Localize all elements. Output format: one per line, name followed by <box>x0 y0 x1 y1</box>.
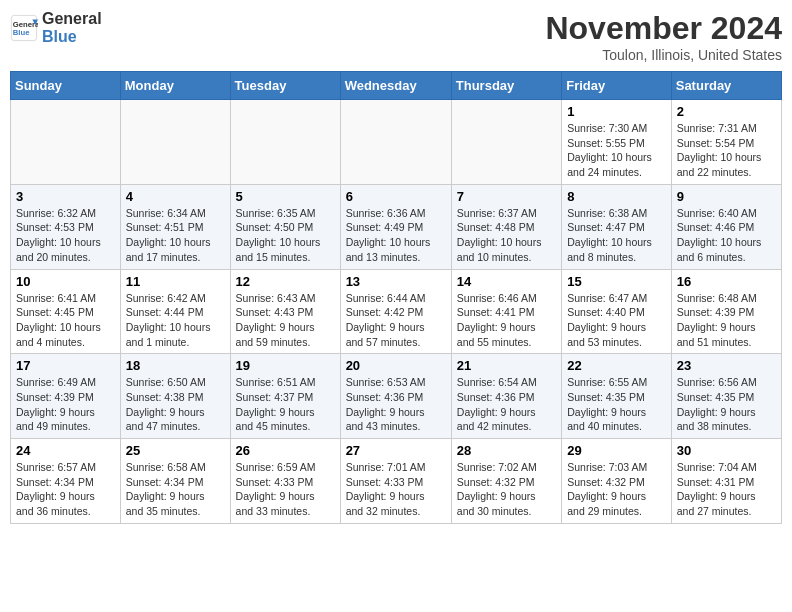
day-number: 24 <box>16 443 115 458</box>
calendar-cell: 23Sunrise: 6:56 AM Sunset: 4:35 PM Dayli… <box>671 354 781 439</box>
calendar-cell: 22Sunrise: 6:55 AM Sunset: 4:35 PM Dayli… <box>562 354 672 439</box>
week-row-3: 10Sunrise: 6:41 AM Sunset: 4:45 PM Dayli… <box>11 269 782 354</box>
weekday-header-tuesday: Tuesday <box>230 72 340 100</box>
calendar-cell: 6Sunrise: 6:36 AM Sunset: 4:49 PM Daylig… <box>340 184 451 269</box>
svg-text:Blue: Blue <box>13 28 30 37</box>
day-number: 27 <box>346 443 446 458</box>
day-number: 28 <box>457 443 556 458</box>
weekday-header-thursday: Thursday <box>451 72 561 100</box>
week-row-2: 3Sunrise: 6:32 AM Sunset: 4:53 PM Daylig… <box>11 184 782 269</box>
header: General Blue General Blue November 2024 … <box>10 10 782 63</box>
logo-blue: Blue <box>42 28 102 46</box>
day-info: Sunrise: 6:59 AM Sunset: 4:33 PM Dayligh… <box>236 460 335 519</box>
day-number: 20 <box>346 358 446 373</box>
day-info: Sunrise: 7:02 AM Sunset: 4:32 PM Dayligh… <box>457 460 556 519</box>
day-number: 9 <box>677 189 776 204</box>
day-number: 21 <box>457 358 556 373</box>
day-number: 3 <box>16 189 115 204</box>
day-number: 11 <box>126 274 225 289</box>
day-info: Sunrise: 7:01 AM Sunset: 4:33 PM Dayligh… <box>346 460 446 519</box>
day-number: 8 <box>567 189 666 204</box>
weekday-header-friday: Friday <box>562 72 672 100</box>
calendar-cell: 5Sunrise: 6:35 AM Sunset: 4:50 PM Daylig… <box>230 184 340 269</box>
calendar: SundayMondayTuesdayWednesdayThursdayFrid… <box>10 71 782 524</box>
day-number: 13 <box>346 274 446 289</box>
day-info: Sunrise: 6:50 AM Sunset: 4:38 PM Dayligh… <box>126 375 225 434</box>
calendar-cell: 16Sunrise: 6:48 AM Sunset: 4:39 PM Dayli… <box>671 269 781 354</box>
day-info: Sunrise: 6:36 AM Sunset: 4:49 PM Dayligh… <box>346 206 446 265</box>
day-info: Sunrise: 6:44 AM Sunset: 4:42 PM Dayligh… <box>346 291 446 350</box>
calendar-cell: 1Sunrise: 7:30 AM Sunset: 5:55 PM Daylig… <box>562 100 672 185</box>
weekday-header-wednesday: Wednesday <box>340 72 451 100</box>
day-number: 22 <box>567 358 666 373</box>
calendar-cell: 24Sunrise: 6:57 AM Sunset: 4:34 PM Dayli… <box>11 439 121 524</box>
calendar-cell: 26Sunrise: 6:59 AM Sunset: 4:33 PM Dayli… <box>230 439 340 524</box>
day-info: Sunrise: 6:41 AM Sunset: 4:45 PM Dayligh… <box>16 291 115 350</box>
calendar-cell: 8Sunrise: 6:38 AM Sunset: 4:47 PM Daylig… <box>562 184 672 269</box>
day-info: Sunrise: 6:34 AM Sunset: 4:51 PM Dayligh… <box>126 206 225 265</box>
day-number: 18 <box>126 358 225 373</box>
day-info: Sunrise: 6:43 AM Sunset: 4:43 PM Dayligh… <box>236 291 335 350</box>
weekday-header-row: SundayMondayTuesdayWednesdayThursdayFrid… <box>11 72 782 100</box>
calendar-cell <box>230 100 340 185</box>
day-info: Sunrise: 6:58 AM Sunset: 4:34 PM Dayligh… <box>126 460 225 519</box>
day-number: 23 <box>677 358 776 373</box>
calendar-cell: 28Sunrise: 7:02 AM Sunset: 4:32 PM Dayli… <box>451 439 561 524</box>
calendar-cell: 2Sunrise: 7:31 AM Sunset: 5:54 PM Daylig… <box>671 100 781 185</box>
calendar-cell: 7Sunrise: 6:37 AM Sunset: 4:48 PM Daylig… <box>451 184 561 269</box>
day-number: 6 <box>346 189 446 204</box>
day-number: 29 <box>567 443 666 458</box>
day-number: 15 <box>567 274 666 289</box>
day-info: Sunrise: 6:46 AM Sunset: 4:41 PM Dayligh… <box>457 291 556 350</box>
day-info: Sunrise: 6:54 AM Sunset: 4:36 PM Dayligh… <box>457 375 556 434</box>
day-number: 14 <box>457 274 556 289</box>
day-info: Sunrise: 7:30 AM Sunset: 5:55 PM Dayligh… <box>567 121 666 180</box>
calendar-cell <box>451 100 561 185</box>
month-title: November 2024 <box>545 10 782 47</box>
weekday-header-saturday: Saturday <box>671 72 781 100</box>
day-number: 25 <box>126 443 225 458</box>
weekday-header-monday: Monday <box>120 72 230 100</box>
day-info: Sunrise: 6:55 AM Sunset: 4:35 PM Dayligh… <box>567 375 666 434</box>
calendar-cell <box>11 100 121 185</box>
week-row-5: 24Sunrise: 6:57 AM Sunset: 4:34 PM Dayli… <box>11 439 782 524</box>
day-info: Sunrise: 7:31 AM Sunset: 5:54 PM Dayligh… <box>677 121 776 180</box>
calendar-cell: 3Sunrise: 6:32 AM Sunset: 4:53 PM Daylig… <box>11 184 121 269</box>
calendar-cell: 12Sunrise: 6:43 AM Sunset: 4:43 PM Dayli… <box>230 269 340 354</box>
week-row-4: 17Sunrise: 6:49 AM Sunset: 4:39 PM Dayli… <box>11 354 782 439</box>
calendar-cell: 11Sunrise: 6:42 AM Sunset: 4:44 PM Dayli… <box>120 269 230 354</box>
day-number: 10 <box>16 274 115 289</box>
day-info: Sunrise: 6:49 AM Sunset: 4:39 PM Dayligh… <box>16 375 115 434</box>
day-info: Sunrise: 7:04 AM Sunset: 4:31 PM Dayligh… <box>677 460 776 519</box>
day-number: 16 <box>677 274 776 289</box>
calendar-cell: 9Sunrise: 6:40 AM Sunset: 4:46 PM Daylig… <box>671 184 781 269</box>
logo-general: General <box>42 10 102 28</box>
day-info: Sunrise: 6:38 AM Sunset: 4:47 PM Dayligh… <box>567 206 666 265</box>
calendar-cell: 17Sunrise: 6:49 AM Sunset: 4:39 PM Dayli… <box>11 354 121 439</box>
day-info: Sunrise: 6:48 AM Sunset: 4:39 PM Dayligh… <box>677 291 776 350</box>
logo: General Blue General Blue <box>10 10 102 46</box>
weekday-header-sunday: Sunday <box>11 72 121 100</box>
day-info: Sunrise: 6:40 AM Sunset: 4:46 PM Dayligh… <box>677 206 776 265</box>
day-number: 19 <box>236 358 335 373</box>
day-number: 4 <box>126 189 225 204</box>
day-info: Sunrise: 6:56 AM Sunset: 4:35 PM Dayligh… <box>677 375 776 434</box>
title-area: November 2024 Toulon, Illinois, United S… <box>545 10 782 63</box>
calendar-cell: 13Sunrise: 6:44 AM Sunset: 4:42 PM Dayli… <box>340 269 451 354</box>
calendar-cell: 29Sunrise: 7:03 AM Sunset: 4:32 PM Dayli… <box>562 439 672 524</box>
day-info: Sunrise: 6:57 AM Sunset: 4:34 PM Dayligh… <box>16 460 115 519</box>
calendar-cell: 10Sunrise: 6:41 AM Sunset: 4:45 PM Dayli… <box>11 269 121 354</box>
day-number: 12 <box>236 274 335 289</box>
week-row-1: 1Sunrise: 7:30 AM Sunset: 5:55 PM Daylig… <box>11 100 782 185</box>
location: Toulon, Illinois, United States <box>545 47 782 63</box>
day-number: 7 <box>457 189 556 204</box>
calendar-cell: 21Sunrise: 6:54 AM Sunset: 4:36 PM Dayli… <box>451 354 561 439</box>
logo-icon: General Blue <box>10 14 38 42</box>
calendar-cell: 30Sunrise: 7:04 AM Sunset: 4:31 PM Dayli… <box>671 439 781 524</box>
day-info: Sunrise: 6:53 AM Sunset: 4:36 PM Dayligh… <box>346 375 446 434</box>
calendar-cell: 14Sunrise: 6:46 AM Sunset: 4:41 PM Dayli… <box>451 269 561 354</box>
day-info: Sunrise: 6:32 AM Sunset: 4:53 PM Dayligh… <box>16 206 115 265</box>
calendar-cell <box>340 100 451 185</box>
calendar-cell: 27Sunrise: 7:01 AM Sunset: 4:33 PM Dayli… <box>340 439 451 524</box>
calendar-cell <box>120 100 230 185</box>
